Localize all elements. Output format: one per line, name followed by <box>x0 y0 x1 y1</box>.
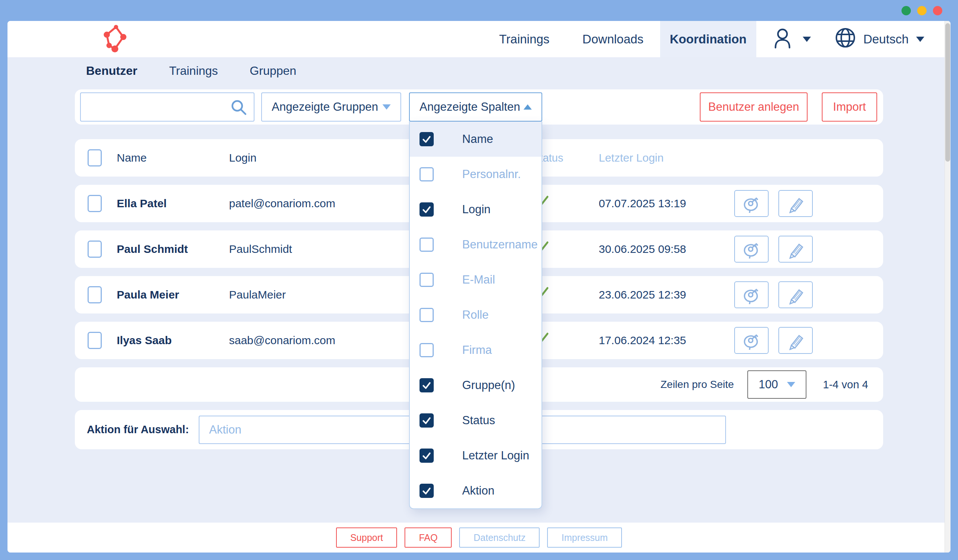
column-toggle-email[interactable]: E-Mail <box>410 262 541 297</box>
impressum-button[interactable]: Impressum <box>547 527 622 548</box>
header-spacer <box>128 21 483 57</box>
reset-password-button[interactable] <box>734 327 769 354</box>
tab-benutzer[interactable]: Benutzer <box>86 64 137 78</box>
edit-button[interactable] <box>779 281 813 308</box>
menu-item-label: Benutzername <box>462 238 538 252</box>
column-toggle-letzter-login[interactable]: Letzter Login <box>410 438 541 473</box>
cell-actions <box>734 190 813 217</box>
checkbox-checked-icon[interactable] <box>419 484 434 498</box>
globe-icon <box>835 27 856 51</box>
sub-navigation: Benutzer Trainings Gruppen <box>8 57 950 84</box>
row-checkbox[interactable] <box>87 332 102 349</box>
selection-action-placeholder: Aktion <box>209 423 241 437</box>
groups-filter-select[interactable]: Angezeigte Gruppen <box>261 92 401 122</box>
column-toggle-benutzername[interactable]: Benutzername <box>410 227 541 262</box>
edit-button[interactable] <box>779 190 813 217</box>
toolbar-card: Angezeigte Gruppen Angezeigte Spalten Be… <box>75 89 883 125</box>
support-button[interactable]: Support <box>336 527 397 548</box>
nav-item-trainings[interactable]: Trainings <box>483 21 566 57</box>
account-menu[interactable] <box>756 21 825 57</box>
checkbox-empty-icon[interactable] <box>419 343 434 357</box>
cell-last-login: 07.07.2025 13:19 <box>599 197 734 210</box>
cell-name: Paula Meier <box>117 288 229 301</box>
checkbox-checked-icon[interactable] <box>419 132 434 146</box>
window-close-dot[interactable] <box>933 6 942 15</box>
reset-password-button[interactable] <box>734 236 769 263</box>
search-icon <box>230 98 248 118</box>
cell-name: Ella Patel <box>117 197 229 210</box>
cell-name: Paul Schmidt <box>117 243 229 256</box>
create-user-button[interactable]: Benutzer anlegen <box>700 92 807 122</box>
scrollbar-track[interactable] <box>945 21 950 552</box>
checkbox-empty-icon[interactable] <box>419 167 434 182</box>
window-titlebar <box>0 0 958 21</box>
window-maximize-dot[interactable] <box>917 6 926 15</box>
cell-name: Ilyas Saab <box>117 334 229 347</box>
faq-button[interactable]: FAQ <box>404 527 452 548</box>
cell-last-login: 23.06.2025 12:39 <box>599 288 734 301</box>
cell-last-login: 17.06.2024 12:35 <box>599 334 734 347</box>
chevron-down-icon <box>787 382 795 387</box>
import-button[interactable]: Import <box>822 92 877 122</box>
column-toggle-login[interactable]: Login <box>410 192 541 227</box>
edit-button[interactable] <box>779 236 813 263</box>
menu-item-label: Personalnr. <box>462 168 521 181</box>
rows-per-page-label: Zeilen pro Seite <box>660 378 734 391</box>
search-input[interactable] <box>87 94 231 121</box>
menu-item-label: Aktion <box>462 484 494 498</box>
language-selector[interactable]: Deutsch <box>825 21 950 57</box>
checkbox-empty-icon[interactable] <box>419 237 434 252</box>
columns-dropdown-menu: Name Personalnr. Login Benutzername E-Ma… <box>409 122 542 509</box>
checkbox-checked-icon[interactable] <box>419 449 434 463</box>
chevron-down-icon <box>803 36 811 42</box>
row-checkbox[interactable] <box>87 286 102 304</box>
menu-item-label: Firma <box>462 343 492 357</box>
checkbox-checked-icon[interactable] <box>419 413 434 427</box>
column-toggle-personalnr[interactable]: Personalnr. <box>410 157 541 192</box>
cell-actions <box>734 327 813 354</box>
app-frame: Trainings Downloads Koordination <box>0 0 958 560</box>
datenschutz-button[interactable]: Datenschutz <box>459 527 539 548</box>
column-toggle-gruppen[interactable]: Gruppe(n) <box>410 368 541 403</box>
column-toggle-status[interactable]: Status <box>410 403 541 438</box>
nav-label: Downloads <box>582 32 643 46</box>
menu-item-label: E-Mail <box>462 273 495 286</box>
app-header: Trainings Downloads Koordination <box>8 21 950 57</box>
nav-label: Trainings <box>499 32 550 46</box>
checkbox-empty-icon[interactable] <box>419 308 434 322</box>
tab-trainings[interactable]: Trainings <box>169 64 218 78</box>
nav-item-downloads[interactable]: Downloads <box>566 21 660 57</box>
columns-select[interactable]: Angezeigte Spalten <box>409 92 542 122</box>
chevron-up-icon <box>523 104 532 109</box>
column-header-name: Name <box>117 152 229 164</box>
edit-button[interactable] <box>779 327 813 354</box>
selection-action-label: Aktion für Auswahl: <box>87 424 189 436</box>
menu-item-label: Name <box>462 133 493 146</box>
columns-select-label: Angezeigte Spalten <box>419 100 520 114</box>
reset-password-button[interactable] <box>734 190 769 217</box>
select-all-checkbox[interactable] <box>87 149 102 166</box>
nav-item-koordination[interactable]: Koordination <box>660 21 756 57</box>
column-toggle-firma[interactable]: Firma <box>410 332 541 368</box>
column-toggle-aktion[interactable]: Aktion <box>410 473 541 508</box>
checkbox-checked-icon[interactable] <box>419 378 434 392</box>
window-minimize-dot[interactable] <box>901 6 911 15</box>
chevron-down-icon <box>382 104 391 109</box>
tab-gruppen[interactable]: Gruppen <box>250 64 297 78</box>
cell-actions <box>734 236 813 263</box>
menu-item-label: Login <box>462 203 491 216</box>
checkbox-empty-icon[interactable] <box>419 273 434 287</box>
row-checkbox[interactable] <box>87 240 102 258</box>
column-header-last-login: Letzter Login <box>599 152 734 164</box>
chevron-down-icon <box>916 36 924 42</box>
scrollbar-thumb[interactable] <box>945 23 950 161</box>
checkbox-checked-icon[interactable] <box>419 202 434 217</box>
column-toggle-name[interactable]: Name <box>410 122 541 157</box>
row-checkbox[interactable] <box>87 195 102 212</box>
cell-actions <box>734 281 813 308</box>
reset-password-button[interactable] <box>734 281 769 308</box>
menu-item-label: Gruppe(n) <box>462 378 515 392</box>
column-toggle-rolle[interactable]: Rolle <box>410 297 541 332</box>
rows-per-page-select[interactable]: 100 <box>747 370 806 399</box>
logo[interactable] <box>103 21 128 57</box>
